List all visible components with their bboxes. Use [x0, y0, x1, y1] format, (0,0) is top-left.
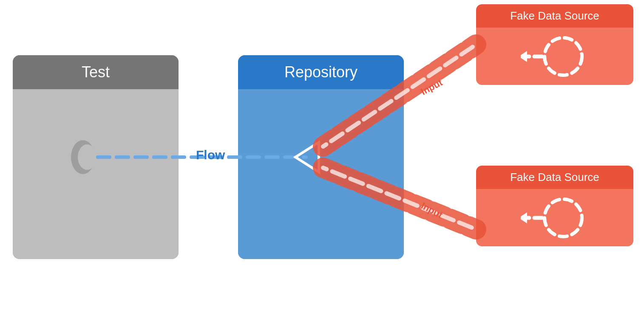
test-title: Test [82, 63, 110, 81]
svg-point-0 [545, 38, 582, 75]
svg-marker-3 [521, 212, 527, 223]
fds-bottom-title: Fake Data Source [510, 171, 599, 184]
fds-top-header: Fake Data Source [476, 4, 633, 28]
svg-point-2 [545, 199, 582, 237]
repo-body [238, 89, 404, 259]
input-label-bottom: Input [419, 200, 445, 221]
canvas: Test Repository Fake Data Source Fak [0, 0, 644, 313]
test-body [13, 89, 179, 259]
fds-block-top: Fake Data Source [476, 4, 633, 85]
fds-bottom-header: Fake Data Source [476, 166, 633, 189]
fds-block-bottom: Fake Data Source [476, 166, 633, 246]
repo-block: Repository [238, 55, 404, 259]
fds-top-title: Fake Data Source [510, 9, 599, 23]
test-header: Test [13, 55, 179, 89]
flow-label: Flow [196, 148, 225, 162]
repo-header: Repository [238, 55, 404, 89]
fds-bottom-icon [521, 195, 589, 241]
fds-bottom-body [476, 189, 633, 246]
input-label-top: Input [419, 77, 445, 97]
fds-top-body [476, 28, 633, 85]
svg-marker-1 [521, 51, 527, 62]
repo-title: Repository [284, 63, 357, 81]
test-block: Test [13, 55, 179, 259]
fds-top-icon [521, 33, 589, 80]
